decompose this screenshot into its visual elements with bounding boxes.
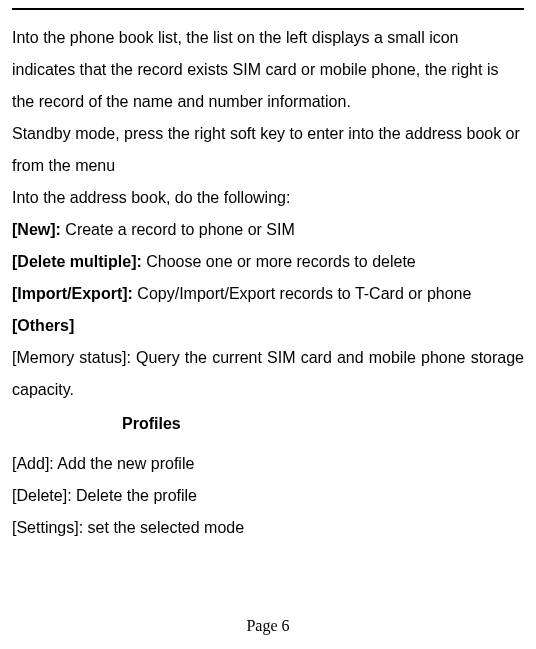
paragraph-intro: Into the phone book list, the list on th… xyxy=(12,22,524,118)
heading-profiles: Profiles xyxy=(122,408,524,440)
item-memory-status: [Memory status]: Query the current SIM c… xyxy=(12,342,524,406)
label-import-export: [Import/Export]: xyxy=(12,285,137,302)
item-delete-multiple: [Delete multiple]: Choose one or more re… xyxy=(12,246,524,278)
item-new: [New]: Create a record to phone or SIM xyxy=(12,214,524,246)
top-horizontal-rule xyxy=(12,8,524,10)
document-content: Into the phone book list, the list on th… xyxy=(12,22,524,544)
item-import-export: [Import/Export]: Copy/Import/Export reco… xyxy=(12,278,524,310)
paragraph-instruction: Into the address book, do the following: xyxy=(12,182,524,214)
label-others: [Others] xyxy=(12,317,74,334)
paragraph-standby: Standby mode, press the right soft key t… xyxy=(12,118,524,182)
item-delete: [Delete]: Delete the profile xyxy=(12,480,524,512)
item-others: [Others] xyxy=(12,310,524,342)
page-number: Page 6 xyxy=(0,617,536,635)
item-add: [Add]: Add the new profile xyxy=(12,448,524,480)
desc-import-export: Copy/Import/Export records to T-Card or … xyxy=(137,285,471,302)
desc-delete-multiple: Choose one or more records to delete xyxy=(146,253,415,270)
desc-new: Create a record to phone or SIM xyxy=(65,221,294,238)
label-new: [New]: xyxy=(12,221,65,238)
label-delete-multiple: [Delete multiple]: xyxy=(12,253,146,270)
item-settings: [Settings]: set the selected mode xyxy=(12,512,524,544)
